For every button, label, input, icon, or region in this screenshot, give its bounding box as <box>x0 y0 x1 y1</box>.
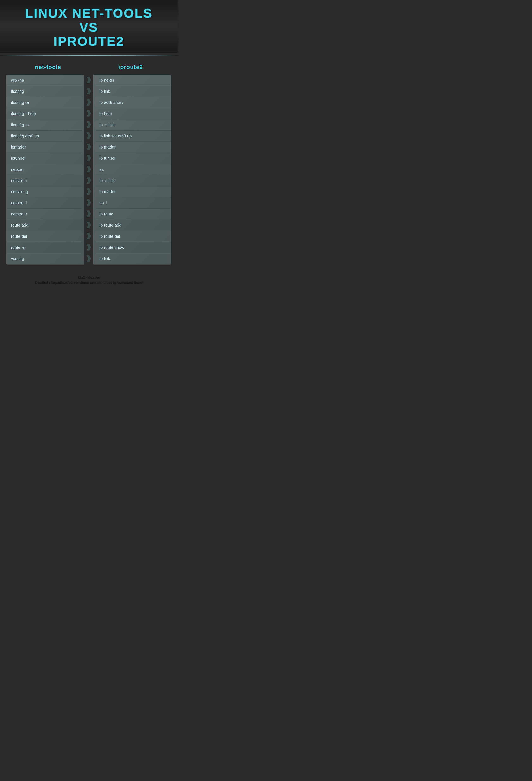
main-content: net-tools iproute2 arp -naifconfigifconf… <box>0 57 178 271</box>
right-column: ip neighip linkip addr showip helpip -s … <box>93 75 171 264</box>
divider-column <box>84 75 93 264</box>
svg-marker-0 <box>87 77 91 83</box>
comparison-table: arp -naifconfigifconfig -aifconfig --hel… <box>6 75 171 264</box>
svg-marker-1 <box>87 88 91 94</box>
svg-marker-2 <box>87 99 91 106</box>
table-row: ipmaddr <box>6 142 84 153</box>
table-row: ip -s link <box>93 175 171 186</box>
table-row: ip link <box>93 86 171 97</box>
svg-marker-8 <box>87 166 91 172</box>
table-row: ifconfig <box>6 86 84 97</box>
chevron-icon <box>87 77 91 83</box>
table-row: ip addr show <box>93 97 171 108</box>
svg-marker-16 <box>87 255 91 262</box>
chevron-icon <box>87 121 91 128</box>
table-row: netstat -g <box>6 186 84 198</box>
svg-marker-6 <box>87 143 91 150</box>
table-row: vconfig <box>6 253 84 264</box>
chevron-icon <box>87 110 91 117</box>
chevron-icon <box>87 132 91 139</box>
table-row: ifconfig eth0 up <box>6 130 84 142</box>
table-row: arp -na <box>6 75 84 86</box>
table-row: ifconfig -a <box>6 97 84 108</box>
table-row: iptunnel <box>6 153 84 164</box>
table-row: ifconfig --help <box>6 108 84 119</box>
table-row: netstat -r <box>6 209 84 220</box>
table-row: ip link <box>93 253 171 264</box>
main-title: LINUX NET-TOOLS VS IPROUTE2 <box>4 6 173 48</box>
chevron-icon <box>87 233 91 239</box>
svg-marker-7 <box>87 155 91 161</box>
left-column: arp -naifconfigifconfig -aifconfig --hel… <box>6 75 84 264</box>
columns-header: net-tools iproute2 <box>6 62 171 75</box>
footer-line2: Detailed : http://linoxide.com/linux-com… <box>35 281 143 284</box>
table-row: netstat -l <box>6 198 84 209</box>
svg-marker-5 <box>87 132 91 139</box>
chevron-icon <box>87 166 91 172</box>
svg-marker-12 <box>87 210 91 217</box>
svg-marker-4 <box>87 121 91 128</box>
chevron-icon <box>87 177 91 183</box>
table-row: ip route add <box>93 220 171 231</box>
chevron-icon <box>87 210 91 217</box>
table-row: route add <box>6 220 84 231</box>
svg-marker-3 <box>87 110 91 117</box>
table-row: ip tunnel <box>93 153 171 164</box>
chevron-icon <box>87 143 91 150</box>
chevron-icon <box>87 188 91 195</box>
left-column-header: net-tools <box>35 64 61 71</box>
table-row: ss <box>93 164 171 175</box>
table-row: netstat <box>6 164 84 175</box>
table-row: ifconfig -s <box>6 119 84 130</box>
svg-marker-15 <box>87 244 91 251</box>
table-row: netstat -i <box>6 175 84 186</box>
table-row: ip route <box>93 209 171 220</box>
table-row: route -n <box>6 242 84 253</box>
chevron-icon <box>87 99 91 106</box>
table-row: ip maddr <box>93 142 171 153</box>
chevron-icon <box>87 199 91 206</box>
table-row: ip route show <box>93 242 171 253</box>
table-row: ip -s link <box>93 119 171 130</box>
svg-marker-13 <box>87 222 91 228</box>
chevron-icon <box>87 255 91 262</box>
chevron-icon <box>87 244 91 251</box>
footer-line1: LinOxide.com <box>78 276 100 279</box>
svg-marker-14 <box>87 233 91 239</box>
table-row: ip maddr <box>93 186 171 198</box>
table-row: ip route del <box>93 231 171 242</box>
table-row: ip neigh <box>93 75 171 86</box>
svg-marker-9 <box>87 177 91 183</box>
header: LINUX NET-TOOLS VS IPROUTE2 <box>0 0 178 53</box>
chevron-icon <box>87 222 91 228</box>
chevron-icon <box>87 155 91 161</box>
separator <box>0 55 178 55</box>
table-row: ip link set eth0 up <box>93 130 171 142</box>
svg-marker-11 <box>87 199 91 206</box>
footer: LinOxide.com Detailed : http://linoxide.… <box>0 271 178 290</box>
table-row: ss -l <box>93 198 171 209</box>
table-row: route del <box>6 231 84 242</box>
svg-marker-10 <box>87 188 91 195</box>
table-row: ip help <box>93 108 171 119</box>
right-column-header: iproute2 <box>118 64 143 71</box>
chevron-icon <box>87 88 91 94</box>
